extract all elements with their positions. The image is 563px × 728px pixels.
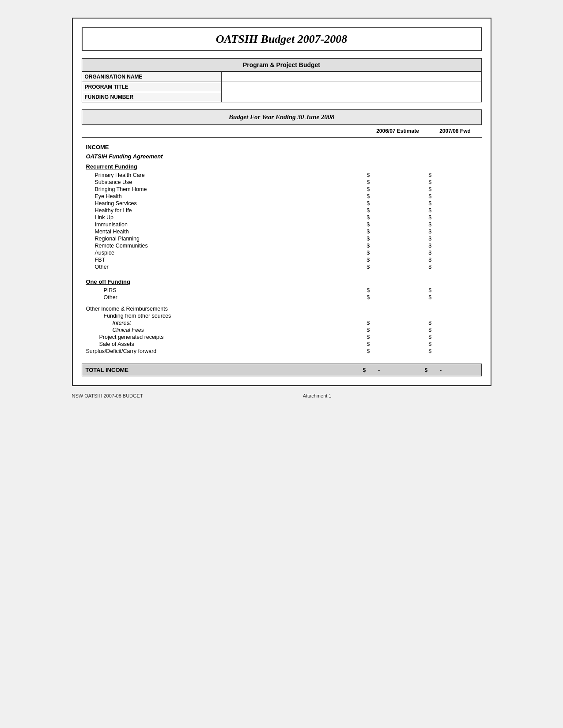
list-item: Surplus/Deficit/Carry forward $ $ <box>86 348 477 355</box>
item-label: PIRS <box>86 287 363 293</box>
total-2007-cell: $ - <box>425 367 478 373</box>
other-income-row: Other Income & Reimbursements <box>86 305 477 312</box>
col2-dollar: $ <box>424 186 477 192</box>
income-label: INCOME <box>86 144 477 150</box>
total-income-label: TOTAL INCOME <box>86 367 363 373</box>
program-title-label: PROGRAM TITLE <box>82 82 222 92</box>
item-label: Primary Health Care <box>86 172 363 178</box>
org-name-label: ORGANISATION NAME <box>82 72 222 82</box>
col1-dollar: $ <box>363 207 424 214</box>
col1-dollar: $ <box>363 214 424 221</box>
footer-left: NSW OATSIH 2007-08 BUDGET <box>72 393 143 398</box>
col-2007-header: 2007/08 Fwd <box>429 128 482 134</box>
item-label: Link Up <box>86 214 363 221</box>
org-name-value <box>222 72 481 82</box>
list-item: Sale of Assets $ $ <box>86 341 477 348</box>
col2-dollar: $ <box>424 214 477 221</box>
col2-dollar: $ <box>424 236 477 242</box>
list-item: PIRS $ $ <box>86 287 477 294</box>
col1-dollar: $ <box>363 179 424 185</box>
total-2006-cell: $ - <box>363 367 425 373</box>
col1-dollar: $ <box>363 334 424 340</box>
clinical-label: Clinical Fees <box>86 327 363 333</box>
list-item: Link Up $ $ <box>86 214 477 221</box>
item-label: Healthy for Life <box>86 207 363 214</box>
list-item: FBT $ $ <box>86 256 477 263</box>
col1-dollar: $ <box>363 264 424 270</box>
page-container: OATSIH Budget 2007-2008 Program & Projec… <box>72 18 491 386</box>
total-2007-dollar: $ <box>425 367 428 373</box>
col1-dollar: $ <box>363 327 424 333</box>
columns-header: 2006/07 Estimate 2007/08 Fwd <box>82 125 482 138</box>
footer-center: Attachment 1 <box>303 393 332 398</box>
list-item: Healthy for Life $ $ <box>86 207 477 214</box>
list-item: Immunisation $ $ <box>86 221 477 228</box>
footer: NSW OATSIH 2007-08 BUDGET Attachment 1 <box>72 386 491 405</box>
col2-dollar: $ <box>424 207 477 214</box>
col2-dollar: $ <box>424 334 477 340</box>
item-label: Hearing Services <box>86 200 363 206</box>
col1-dollar: $ <box>363 243 424 249</box>
col1-dollar: $ <box>363 257 424 263</box>
sale-assets-label: Sale of Assets <box>86 341 363 347</box>
list-item: Bringing Them Home $ $ <box>86 186 477 193</box>
org-table: ORGANISATION NAME PROGRAM TITLE FUNDING … <box>82 71 482 102</box>
col2-dollar: $ <box>424 200 477 206</box>
list-item: Substance Use $ $ <box>86 179 477 186</box>
list-item: Interest $ $ <box>86 319 477 326</box>
total-2006-dollar: $ <box>363 367 366 373</box>
one-off-label: One off Funding <box>86 278 477 285</box>
recurrent-label: Recurrent Funding <box>86 163 477 170</box>
page-title: OATSIH Budget 2007-2008 <box>82 27 482 51</box>
budget-year-header: Budget For Year Ending 30 June 2008 <box>82 109 482 125</box>
total-2007-value: - <box>440 367 442 373</box>
item-label: Remote Communities <box>86 243 363 249</box>
col2-dollar: $ <box>424 193 477 199</box>
col2-dollar: $ <box>424 250 477 256</box>
col1-dollar: $ <box>363 172 424 178</box>
program-title-row: PROGRAM TITLE <box>82 82 481 92</box>
other-income-label: Other Income & Reimbursements <box>86 306 477 312</box>
item-label: Auspice <box>86 250 363 256</box>
col2-dollar: $ <box>424 348 477 354</box>
funding-other-label: Funding from other sources <box>86 313 477 319</box>
item-label: Mental Health <box>86 229 363 235</box>
col2-dollar: $ <box>424 327 477 333</box>
item-label: Other <box>86 294 363 300</box>
col2-dollar: $ <box>424 287 477 293</box>
col1-dollar: $ <box>363 348 424 354</box>
item-label: Substance Use <box>86 179 363 185</box>
list-item: Eye Health $ $ <box>86 193 477 200</box>
program-title-value <box>222 82 481 92</box>
col2-dollar: $ <box>424 320 477 326</box>
list-item: Primary Health Care $ $ <box>86 172 477 179</box>
total-income-row: TOTAL INCOME $ - $ - <box>82 364 482 376</box>
col1-dollar: $ <box>363 341 424 347</box>
col1-dollar: $ <box>363 294 424 300</box>
item-label: Eye Health <box>86 193 363 199</box>
total-2006-value: - <box>378 367 380 373</box>
list-item: Hearing Services $ $ <box>86 200 477 207</box>
list-item: Mental Health $ $ <box>86 228 477 235</box>
funding-number-value <box>222 92 481 102</box>
col2-dollar: $ <box>424 221 477 228</box>
col1-dollar: $ <box>363 229 424 235</box>
project-generated-label: Project generated receipts <box>86 334 363 340</box>
col2-dollar: $ <box>424 264 477 270</box>
col1-dollar: $ <box>363 236 424 242</box>
interest-label: Interest <box>86 320 363 326</box>
col1-dollar: $ <box>363 200 424 206</box>
col1-dollar: $ <box>363 287 424 293</box>
item-label: Regional Planning <box>86 236 363 242</box>
col1-dollar: $ <box>363 250 424 256</box>
col1-dollar: $ <box>363 320 424 326</box>
funding-number-label: FUNDING NUMBER <box>82 92 222 102</box>
col-2006-header: 2006/07 Estimate <box>367 128 429 134</box>
list-item: Auspice $ $ <box>86 249 477 256</box>
budget-body: INCOME OATSIH Funding Agreement Recurren… <box>82 144 482 355</box>
item-label: Bringing Them Home <box>86 186 363 192</box>
col2-dollar: $ <box>424 179 477 185</box>
list-item: Other $ $ <box>86 294 477 301</box>
funding-number-row: FUNDING NUMBER <box>82 92 481 102</box>
col2-dollar: $ <box>424 294 477 300</box>
